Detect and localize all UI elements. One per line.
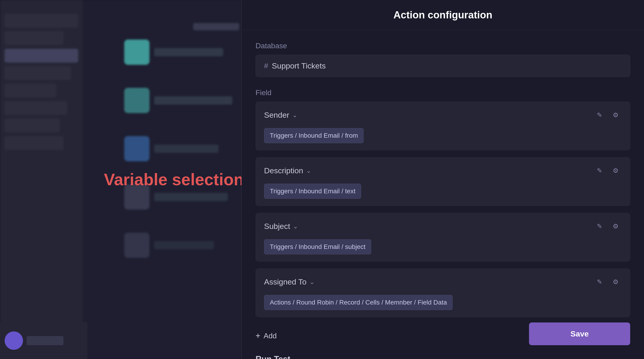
assigned-to-field-row: Assigned To ⌄ ✎ ⚙ Actions / Round Robin … — [256, 269, 630, 317]
subject-tag[interactable]: Triggers / Inbound Email / subject — [264, 239, 371, 254]
sender-tag[interactable]: Triggers / Inbound Email / from — [264, 128, 364, 143]
database-section: Database # Support Tickets — [256, 42, 630, 77]
sender-pencil-button[interactable]: ✎ — [593, 109, 606, 121]
assigned-to-pencil-button[interactable]: ✎ — [593, 276, 606, 288]
description-pencil-button[interactable]: ✎ — [593, 164, 606, 177]
subject-pencil-button[interactable]: ✎ — [593, 220, 606, 232]
sender-chevron-icon: ⌄ — [292, 111, 298, 119]
panel-content: Database # Support Tickets Field Sender … — [242, 30, 644, 359]
subject-field-actions: ✎ ⚙ — [593, 220, 622, 232]
description-field-row: Description ⌄ ✎ ⚙ Triggers / Inbound Ema… — [256, 157, 630, 206]
action-configuration-panel: Action configuration Database # Support … — [242, 0, 644, 359]
subject-field-name: Subject ⌄ — [264, 222, 298, 231]
field-section: Field Sender ⌄ ✎ ⚙ Triggers / Inbound Em… — [256, 88, 630, 317]
plus-icon: + — [256, 331, 260, 341]
assigned-to-field-header: Assigned To ⌄ ✎ ⚙ — [256, 269, 630, 295]
panel-title: Action configuration — [393, 9, 492, 20]
assigned-to-chevron-icon: ⌄ — [309, 278, 315, 286]
sender-field-value: Triggers / Inbound Email / from — [256, 128, 630, 150]
subject-chevron-icon: ⌄ — [293, 223, 298, 230]
sender-field-row: Sender ⌄ ✎ ⚙ Triggers / Inbound Email / … — [256, 102, 630, 150]
add-label: Add — [264, 332, 277, 340]
subject-gear-button[interactable]: ⚙ — [609, 220, 622, 232]
assigned-to-field-name: Assigned To ⌄ — [264, 277, 315, 286]
subject-field-value: Triggers / Inbound Email / subject — [256, 239, 630, 261]
subject-field-row: Subject ⌄ ✎ ⚙ Triggers / Inbound Email /… — [256, 213, 630, 262]
add-field-button[interactable]: + Add — [256, 326, 277, 345]
run-test-section: Run Test Run a test to verify the automa… — [256, 355, 630, 359]
sender-gear-button[interactable]: ⚙ — [609, 109, 622, 121]
panel-header: Action configuration — [242, 0, 644, 30]
description-gear-button[interactable]: ⚙ — [609, 164, 622, 177]
database-label: Database — [256, 42, 630, 50]
description-field-header: Description ⌄ ✎ ⚙ — [256, 157, 630, 184]
description-field-name: Description ⌄ — [264, 166, 311, 175]
description-field-value: Triggers / Inbound Email / text — [256, 184, 630, 206]
database-name: Support Tickets — [272, 61, 326, 70]
assigned-to-gear-button[interactable]: ⚙ — [609, 276, 622, 288]
subject-field-header: Subject ⌄ ✎ ⚙ — [256, 213, 630, 239]
field-label: Field — [256, 88, 630, 97]
assigned-to-field-actions: ✎ ⚙ — [593, 276, 622, 288]
assigned-to-field-value: Actions / Round Robin / Record / Cells /… — [256, 295, 630, 317]
save-button-container: Save — [529, 323, 630, 345]
sender-field-actions: ✎ ⚙ — [593, 109, 622, 121]
description-chevron-icon: ⌄ — [306, 167, 311, 174]
description-field-actions: ✎ ⚙ — [593, 164, 622, 177]
run-test-title: Run Test — [256, 355, 630, 359]
hash-icon: # — [264, 62, 268, 70]
database-field: # Support Tickets — [256, 55, 630, 77]
save-button[interactable]: Save — [529, 323, 630, 345]
description-tag[interactable]: Triggers / Inbound Email / text — [264, 184, 361, 199]
sender-field-name: Sender ⌄ — [264, 111, 298, 119]
sender-field-header: Sender ⌄ ✎ ⚙ — [256, 102, 630, 128]
assigned-to-tag[interactable]: Actions / Round Robin / Record / Cells /… — [264, 295, 453, 310]
